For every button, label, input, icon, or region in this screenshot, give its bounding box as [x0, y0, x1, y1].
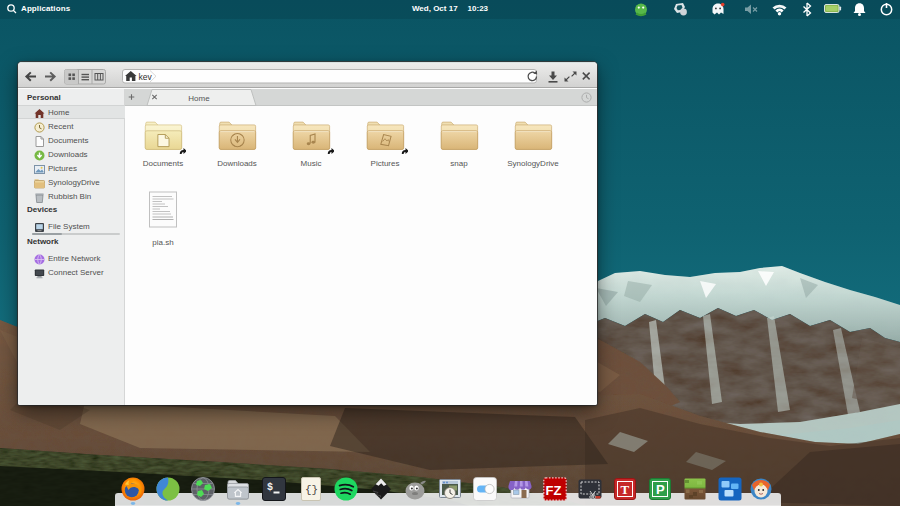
svg-text:kev: kev — [139, 72, 153, 82]
svg-text:Home: Home — [188, 94, 210, 103]
